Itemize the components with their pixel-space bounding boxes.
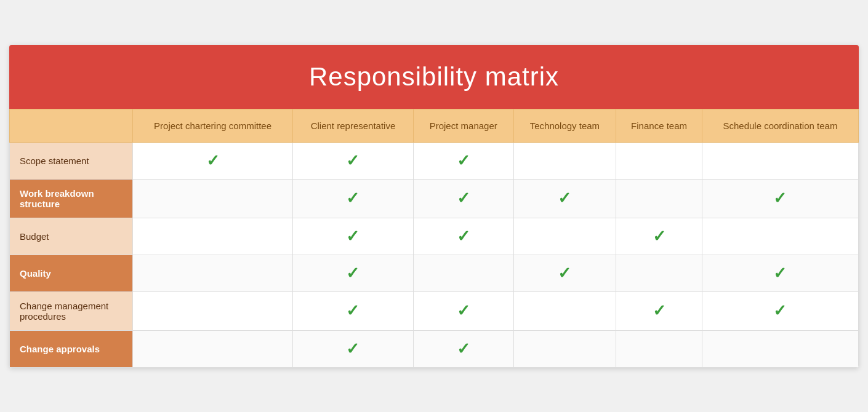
check-mark: ✓ [346, 189, 360, 208]
cell-r1-c5: ✓ [702, 179, 858, 218]
cell-r2-c5 [702, 218, 858, 255]
cell-r1-c1: ✓ [293, 179, 414, 218]
cell-r3-c5: ✓ [702, 255, 858, 291]
check-mark: ✓ [558, 264, 571, 283]
cell-r3-c2 [413, 255, 513, 291]
header-col-3: Project manager [413, 109, 513, 142]
row-label: Change management procedures [10, 291, 133, 330]
table-row: Budget✓✓✓ [10, 218, 859, 255]
check-mark: ✓ [346, 151, 360, 170]
check-mark: ✓ [457, 301, 470, 320]
cell-r1-c2: ✓ [413, 179, 513, 218]
cell-r2-c0 [133, 218, 293, 255]
table-row: Change approvals✓✓ [10, 330, 859, 367]
responsibility-table: Project chartering committee Client repr… [9, 109, 859, 368]
cell-r2-c2: ✓ [413, 218, 513, 255]
header-col-6: Schedule coordination team [702, 109, 858, 142]
header-col-label [10, 109, 133, 142]
cell-r5-c1: ✓ [293, 330, 414, 367]
cell-r2-c3 [513, 218, 616, 255]
cell-r2-c4: ✓ [616, 218, 702, 255]
check-mark: ✓ [773, 301, 787, 320]
cell-r3-c4 [616, 255, 702, 291]
cell-r3-c0 [133, 255, 293, 291]
header-row: Project chartering committee Client repr… [10, 109, 859, 142]
check-mark: ✓ [773, 264, 787, 283]
header-col-5: Finance team [616, 109, 702, 142]
row-label: Quality [10, 255, 133, 291]
cell-r5-c0 [133, 330, 293, 367]
cell-r4-c3 [513, 291, 616, 330]
check-mark: ✓ [653, 301, 666, 320]
check-mark: ✓ [457, 227, 470, 246]
cell-r0-c4 [616, 142, 702, 179]
cell-r4-c4: ✓ [616, 291, 702, 330]
cell-r3-c3: ✓ [513, 255, 616, 291]
check-mark: ✓ [457, 151, 470, 170]
header-col-4: Technology team [513, 109, 616, 142]
cell-r4-c1: ✓ [293, 291, 414, 330]
check-mark: ✓ [346, 264, 360, 283]
cell-r5-c2: ✓ [413, 330, 513, 367]
check-mark: ✓ [346, 301, 360, 320]
cell-r4-c5: ✓ [702, 291, 858, 330]
header-col-1: Project chartering committee [133, 109, 293, 142]
cell-r5-c3 [513, 330, 616, 367]
check-mark: ✓ [457, 339, 470, 359]
cell-r4-c0 [133, 291, 293, 330]
header-col-2: Client representative [293, 109, 414, 142]
row-label: Budget [10, 218, 133, 255]
table-row: Work breakdown structure✓✓✓✓ [10, 179, 859, 218]
check-mark: ✓ [558, 189, 571, 208]
check-mark: ✓ [346, 339, 360, 359]
row-label: Scope statement [10, 142, 133, 179]
cell-r1-c3: ✓ [513, 179, 616, 218]
check-mark: ✓ [206, 151, 220, 170]
row-label: Work breakdown structure [10, 179, 133, 218]
table-row: Quality✓✓✓ [10, 255, 859, 291]
table-row: Scope statement✓✓✓ [10, 142, 859, 179]
page-title: Responsibility matrix [9, 45, 859, 109]
cell-r4-c2: ✓ [413, 291, 513, 330]
cell-r1-c4 [616, 179, 702, 218]
cell-r0-c3 [513, 142, 616, 179]
check-mark: ✓ [346, 227, 360, 246]
cell-r5-c4 [616, 330, 702, 367]
row-label: Change approvals [10, 330, 133, 367]
cell-r0-c0: ✓ [133, 142, 293, 179]
check-mark: ✓ [457, 189, 470, 208]
cell-r0-c2: ✓ [413, 142, 513, 179]
cell-r5-c5 [702, 330, 858, 367]
cell-r2-c1: ✓ [293, 218, 414, 255]
cell-r1-c0 [133, 179, 293, 218]
check-mark: ✓ [653, 227, 666, 246]
cell-r0-c1: ✓ [293, 142, 414, 179]
table-row: Change management procedures✓✓✓✓ [10, 291, 859, 330]
matrix-container: Responsibility matrix Project chartering… [9, 45, 859, 368]
cell-r0-c5 [702, 142, 858, 179]
cell-r3-c1: ✓ [293, 255, 414, 291]
check-mark: ✓ [773, 189, 787, 208]
